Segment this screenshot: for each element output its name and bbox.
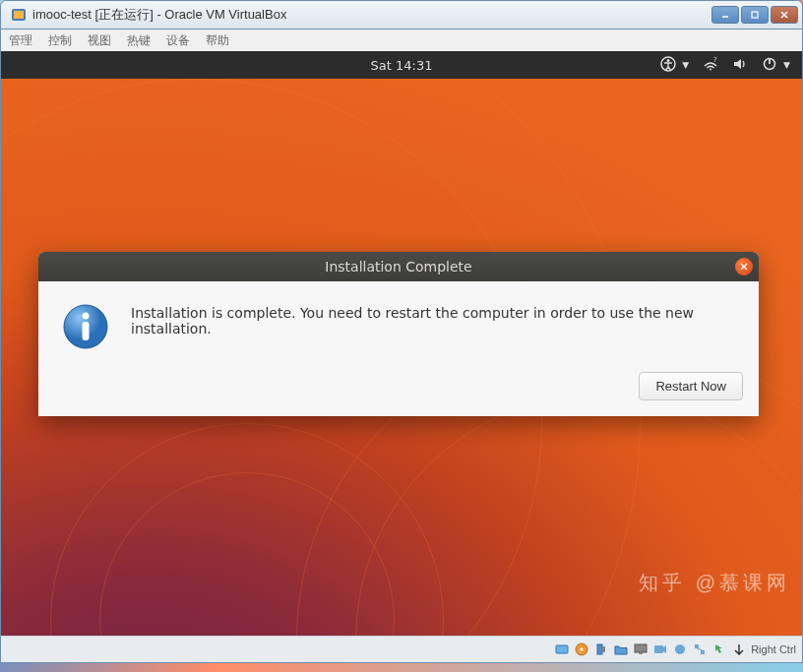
svg-text:?: ? xyxy=(713,56,717,64)
svg-rect-24 xyxy=(654,645,663,653)
svg-rect-16 xyxy=(83,322,90,340)
restart-now-button[interactable]: Restart Now xyxy=(639,372,743,400)
virtualbox-statusbar: Right Ctrl xyxy=(0,636,803,663)
chevron-down-icon[interactable]: ▼ xyxy=(783,60,790,70)
window-titlebar: imooc-test [正在运行] - Oracle VM VirtualBox xyxy=(0,0,803,30)
dialog-title-text: Installation Complete xyxy=(325,259,471,275)
volume-icon[interactable] xyxy=(732,56,748,75)
guest-viewport: Sat 14:31 ▼ ? ▼ Installation Complete xyxy=(0,51,803,636)
svg-rect-22 xyxy=(635,644,647,652)
dialog-message: Installation is complete. You need to re… xyxy=(131,303,735,336)
ubuntu-top-panel: Sat 14:31 ▼ ? ▼ xyxy=(1,51,802,79)
close-button[interactable] xyxy=(771,6,798,24)
menu-help[interactable]: 帮助 xyxy=(206,32,229,49)
menu-manage[interactable]: 管理 xyxy=(9,32,32,49)
hard-disk-icon[interactable] xyxy=(554,641,570,657)
svg-point-25 xyxy=(675,644,685,654)
svg-rect-17 xyxy=(556,645,568,653)
svg-rect-20 xyxy=(597,644,602,654)
host-key-label: Right Ctrl xyxy=(751,643,796,655)
audio-icon[interactable] xyxy=(672,641,688,657)
dialog-titlebar[interactable]: Installation Complete xyxy=(38,252,759,281)
svg-point-7 xyxy=(667,59,670,62)
virtualbox-icon xyxy=(11,7,27,23)
svg-point-19 xyxy=(581,648,584,651)
minimize-button[interactable] xyxy=(711,6,739,24)
clock[interactable]: Sat 14:31 xyxy=(371,58,433,73)
svg-point-8 xyxy=(710,68,711,70)
svg-rect-26 xyxy=(695,644,699,648)
mouse-integration-icon[interactable] xyxy=(711,641,727,657)
accessibility-icon[interactable] xyxy=(660,56,676,75)
svg-rect-23 xyxy=(639,652,643,654)
info-icon xyxy=(62,303,109,350)
menu-view[interactable]: 视图 xyxy=(88,32,111,49)
recording-icon[interactable] xyxy=(652,641,668,657)
display-icon[interactable] xyxy=(633,641,649,657)
svg-rect-1 xyxy=(14,11,24,19)
svg-rect-27 xyxy=(701,650,705,654)
keyboard-icon[interactable] xyxy=(731,641,747,657)
power-icon[interactable] xyxy=(762,56,777,75)
maximize-button[interactable] xyxy=(741,6,769,24)
menu-devices[interactable]: 设备 xyxy=(166,32,190,49)
usb-icon[interactable] xyxy=(593,641,609,657)
window-title: imooc-test [正在运行] - Oracle VM VirtualBox xyxy=(32,6,711,24)
shared-folders-icon[interactable] xyxy=(613,641,629,657)
installation-complete-dialog: Installation Complete Installation is co… xyxy=(38,252,759,416)
chevron-down-icon[interactable]: ▼ xyxy=(682,60,689,70)
svg-point-15 xyxy=(83,313,90,320)
menu-control[interactable]: 控制 xyxy=(48,32,72,49)
optical-disk-icon[interactable] xyxy=(574,641,589,657)
svg-rect-21 xyxy=(602,646,605,652)
svg-rect-3 xyxy=(752,12,758,18)
network-adapter-icon[interactable] xyxy=(692,641,708,657)
virtualbox-menubar: 管理 控制 视图 热键 设备 帮助 xyxy=(0,30,803,51)
menu-hotkeys[interactable]: 热键 xyxy=(127,32,151,49)
network-icon[interactable]: ? xyxy=(703,56,718,75)
dialog-close-button[interactable] xyxy=(735,258,753,275)
svg-line-28 xyxy=(697,648,703,650)
